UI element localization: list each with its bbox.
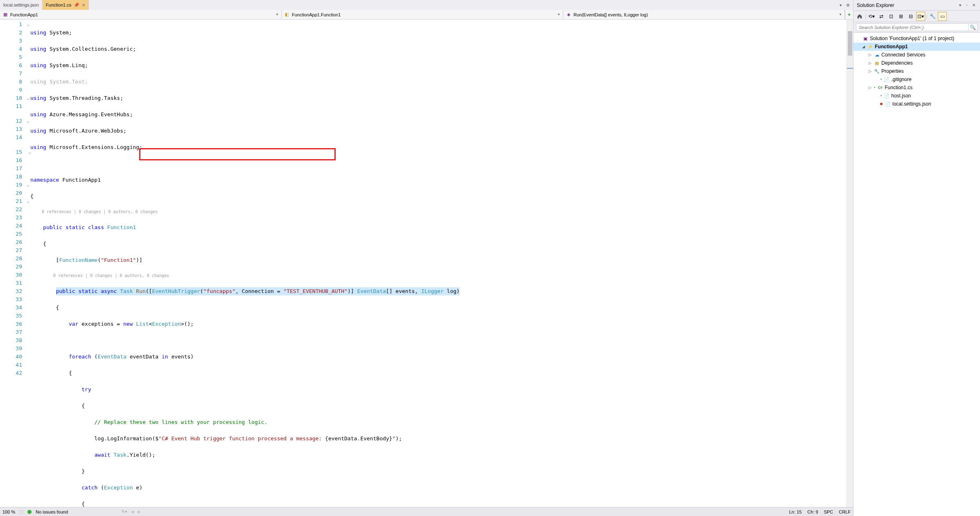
solution-toolbar: | ⟲▾ ⇄ ⊡ ⊞ ⊟ ⊡▾ | 🔧 ▭ bbox=[854, 11, 980, 22]
status-bar: 100 % ⬚ No issues found ✎▾ ◂ ▸ Ln: 15 Ch… bbox=[0, 507, 853, 516]
fold-icon[interactable]: ⌄ bbox=[25, 117, 29, 125]
solution-explorer-title-bar[interactable]: Solution Explorer ▾ ▫ ✕ bbox=[854, 0, 980, 11]
method-icon: ◈ bbox=[566, 12, 571, 18]
breadcrumb-project[interactable]: ▦ FunctionApp1 ▼ bbox=[0, 10, 282, 19]
tab-local-settings[interactable]: local.settings.json bbox=[0, 0, 43, 10]
chevron-down-icon: ▼ bbox=[557, 13, 560, 16]
json-file-icon: 📄 bbox=[883, 92, 890, 99]
show-all-icon[interactable]: ⊞ bbox=[896, 12, 905, 21]
scrollbar-thumb[interactable] bbox=[848, 31, 852, 56]
close-icon[interactable]: ✕ bbox=[82, 3, 85, 7]
chevron-right-icon[interactable]: ▷ bbox=[867, 61, 872, 65]
nav-right-icon[interactable]: ▸ bbox=[138, 509, 140, 514]
tab-label: Function1.cs bbox=[46, 2, 71, 7]
zoom-level[interactable]: 100 % bbox=[2, 509, 15, 514]
indent-mode[interactable]: SPC bbox=[824, 509, 833, 514]
csharp-project-icon: ▦ bbox=[2, 12, 8, 18]
file-icon: 📄 bbox=[883, 76, 890, 83]
tab-function1[interactable]: Function1.cs 📌 ✕ bbox=[43, 0, 89, 10]
cursor-char: Ch: 9 bbox=[807, 509, 818, 514]
breadcrumb-class[interactable]: ◧ FunctionApp1.Function1 ▼ bbox=[282, 10, 563, 19]
solution-tree[interactable]: ▣ Solution 'FunctionApp1' (1 of 1 projec… bbox=[854, 33, 980, 516]
home-icon[interactable] bbox=[855, 12, 864, 21]
brush-icon[interactable]: ✎▾ bbox=[121, 509, 127, 514]
search-icon[interactable]: 🔍 bbox=[969, 23, 978, 31]
solution-search: 🔍 bbox=[854, 22, 980, 33]
csharp-project-icon: ⚡ bbox=[867, 43, 874, 50]
class-icon: ◧ bbox=[284, 12, 290, 18]
csharp-file-icon: C# bbox=[877, 84, 883, 91]
solution-icon: ▣ bbox=[862, 35, 869, 42]
modified-indicator-icon bbox=[880, 103, 883, 105]
search-input[interactable] bbox=[856, 23, 969, 31]
issues-text[interactable]: No issues found bbox=[36, 509, 68, 514]
tree-item-gitignore[interactable]: + 📄 .gitignore bbox=[854, 75, 980, 83]
tree-project[interactable]: ◢ ⚡ FunctionApp1 bbox=[854, 43, 980, 51]
add-button[interactable]: + bbox=[845, 10, 853, 19]
pin-icon[interactable]: 📌 bbox=[74, 2, 79, 8]
status-ok-icon bbox=[27, 510, 32, 514]
chevron-right-icon[interactable]: ▷ bbox=[867, 53, 872, 57]
sync-icon[interactable]: ⊡ bbox=[887, 12, 896, 21]
wrench-icon[interactable]: 🔧 bbox=[928, 12, 937, 21]
dependencies-icon: ▦ bbox=[874, 60, 880, 66]
chevron-down-icon: ▼ bbox=[275, 13, 279, 16]
connected-services-icon: ☁ bbox=[874, 52, 880, 58]
gear-icon[interactable]: ⚙ bbox=[845, 2, 851, 8]
chevron-right-icon[interactable]: ▷ bbox=[867, 69, 872, 73]
switch-views-icon[interactable]: ⟲▾ bbox=[867, 12, 876, 21]
chevron-down-icon: ▼ bbox=[839, 13, 842, 16]
breadcrumb-bar: ▦ FunctionApp1 ▼ ◧ FunctionApp1.Function… bbox=[0, 10, 853, 20]
fold-icon[interactable]: ⌄ bbox=[25, 94, 29, 102]
fold-icon[interactable]: ⌄ bbox=[25, 197, 29, 205]
lineending-mode[interactable]: CRLF bbox=[839, 509, 851, 514]
solution-explorer: Solution Explorer ▾ ▫ ✕ | ⟲▾ ⇄ ⊡ ⊞ ⊟ ⊡▾ … bbox=[853, 0, 980, 516]
breadcrumb-method[interactable]: ◈ Run(EventData[] events, ILogger log) ▼ bbox=[563, 10, 845, 19]
pending-changes-icon[interactable]: ⇄ bbox=[877, 12, 886, 21]
close-icon[interactable]: ✕ bbox=[971, 2, 977, 8]
tab-label: local.settings.json bbox=[3, 2, 39, 7]
panel-title: Solution Explorer bbox=[857, 2, 894, 8]
scrollbar-vertical[interactable] bbox=[847, 20, 853, 507]
tab-bar: local.settings.json Function1.cs 📌 ✕ ▾ ⚙ bbox=[0, 0, 853, 10]
filter-icon[interactable]: ⊡▾ bbox=[916, 12, 925, 21]
chevron-right-icon[interactable]: ▷ bbox=[867, 86, 872, 90]
chevron-down-icon[interactable]: ▾ bbox=[957, 2, 963, 8]
fold-icon[interactable]: ⌄ bbox=[25, 181, 29, 189]
line-gutter: 1⌄ 2 3 4 5 6 7 8 9 10⌄ 11 12⌄ 13 14 15⌄ … bbox=[0, 20, 30, 507]
code-editor[interactable]: 1⌄ 2 3 4 5 6 7 8 9 10⌄ 11 12⌄ 13 14 15⌄ … bbox=[0, 20, 853, 507]
codelens[interactable]: 0 references | 0 changes | 0 authors, 0 … bbox=[30, 273, 847, 279]
cursor-line: Ln: 15 bbox=[789, 509, 802, 514]
folder-wrench-icon: 🔧 bbox=[874, 68, 880, 74]
tree-item-connected-services[interactable]: ▷ ☁ Connected Services bbox=[854, 51, 980, 59]
json-file-icon: 📄 bbox=[885, 101, 891, 107]
fold-icon[interactable]: ⌄ bbox=[25, 20, 29, 29]
code-content[interactable]: using System; using System.Collections.G… bbox=[30, 20, 847, 507]
toggle-icon[interactable]: ⬚ bbox=[19, 509, 23, 514]
tree-item-dependencies[interactable]: ▷ ▦ Dependencies bbox=[854, 59, 980, 67]
tree-item-properties[interactable]: ▷ 🔧 Properties bbox=[854, 67, 980, 75]
nav-left-icon[interactable]: ◂ bbox=[131, 509, 134, 514]
chevron-down-icon[interactable]: ◢ bbox=[861, 45, 866, 49]
preview-icon[interactable]: ▭ bbox=[938, 12, 947, 21]
tree-solution-root[interactable]: ▣ Solution 'FunctionApp1' (1 of 1 projec… bbox=[854, 34, 980, 43]
tree-item-hostjson[interactable]: + 📄 host.json bbox=[854, 92, 980, 100]
pin-icon[interactable]: ▫ bbox=[964, 2, 970, 8]
tree-item-localsettings[interactable]: 📄 local.settings.json bbox=[854, 100, 980, 108]
collapse-icon[interactable]: ⊟ bbox=[906, 12, 915, 21]
chevron-down-icon[interactable]: ▾ bbox=[838, 2, 843, 8]
tree-item-function1[interactable]: ▷ + C# Function1.cs bbox=[854, 83, 980, 92]
codelens[interactable]: 0 references | 0 changes | 0 authors, 0 … bbox=[30, 209, 847, 215]
